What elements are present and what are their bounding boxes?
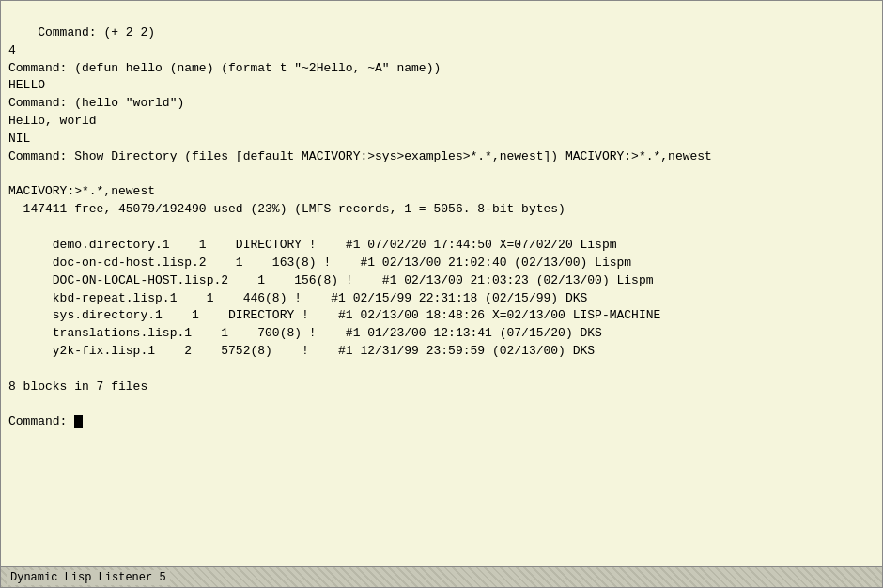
terminal-window: Command: (+ 2 2) 4 Command: (defun hello… (0, 0, 883, 588)
status-label: Dynamic Lisp Listener 5 (7, 570, 170, 585)
cursor (74, 415, 83, 428)
terminal-line-1: Command: (+ 2 2) 4 Command: (defun hello… (8, 25, 712, 429)
terminal-content[interactable]: Command: (+ 2 2) 4 Command: (defun hello… (1, 1, 882, 566)
status-bar: Dynamic Lisp Listener 5 (1, 566, 882, 587)
